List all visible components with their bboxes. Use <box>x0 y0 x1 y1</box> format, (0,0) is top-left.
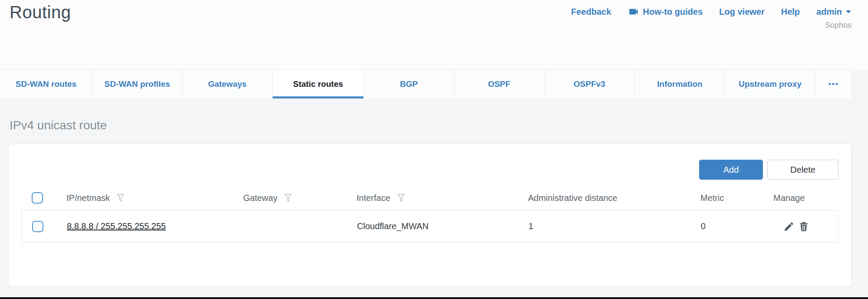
table-header: IP/netmask Gateway <box>21 186 838 210</box>
trash-icon[interactable] <box>798 221 809 232</box>
select-all-checkbox[interactable] <box>32 192 43 204</box>
log-viewer-link[interactable]: Log viewer <box>719 7 764 17</box>
tab-gateways[interactable]: Gateways <box>182 70 273 99</box>
section-heading: IPv4 unicast route <box>10 118 860 132</box>
toolbar: Add Delete <box>21 160 838 180</box>
column-interface: Interface <box>356 193 390 203</box>
help-link[interactable]: Help <box>781 7 800 17</box>
user-menu[interactable]: admin <box>816 7 851 17</box>
top-navigation: Feedback How-to guides Log viewer Help a… <box>571 6 851 17</box>
route-ip-link[interactable]: 8.8.8.8 / 255.255.255.255 <box>67 221 166 231</box>
add-button[interactable]: Add <box>699 160 763 180</box>
edit-icon[interactable] <box>783 221 795 232</box>
route-interface: Cloudflare_MWAN <box>357 221 528 231</box>
delete-button[interactable]: Delete <box>767 160 838 180</box>
row-checkbox[interactable] <box>32 221 43 232</box>
page-title: Routing <box>10 3 71 22</box>
feedback-link[interactable]: Feedback <box>571 7 611 17</box>
tab-sdwan-profiles[interactable]: SD-WAN profiles <box>92 70 182 99</box>
user-menu-label: admin <box>816 7 842 17</box>
window-bottom-edge <box>0 297 868 299</box>
routing-tabbar: SD-WAN routes SD-WAN profiles Gateways S… <box>0 69 852 99</box>
howto-guides-label: How-to guides <box>643 7 703 17</box>
tab-information[interactable]: Information <box>635 70 725 99</box>
routes-card: Add Delete IP/netmask Gateway <box>8 144 852 287</box>
column-gateway: Gateway <box>243 193 277 203</box>
chevron-down-icon <box>845 8 851 16</box>
column-admin-distance: Administrative distance <box>528 193 617 203</box>
page-header: Routing Feedback How-to guides Log viewe… <box>0 0 868 69</box>
brand-label: Sophos <box>825 21 851 30</box>
column-metric: Metric <box>700 193 724 203</box>
column-ip-netmask: IP/netmask <box>66 193 110 203</box>
tab-upstream-proxy[interactable]: Upstream proxy <box>725 70 815 99</box>
filter-icon[interactable] <box>284 193 293 203</box>
tab-bgp[interactable]: BGP <box>364 70 454 99</box>
column-manage: Manage <box>773 193 805 203</box>
content-area: IPv4 unicast route Add Delete IP/netmask <box>0 99 868 287</box>
tab-ospf[interactable]: OSPF <box>454 70 545 99</box>
filter-icon[interactable] <box>116 193 125 203</box>
routing-page: Routing Feedback How-to guides Log viewe… <box>0 0 868 299</box>
tab-sdwan-routes[interactable]: SD-WAN routes <box>0 70 92 99</box>
route-admin-distance: 1 <box>528 221 701 231</box>
route-metric: 0 <box>701 221 774 231</box>
tab-overflow-menu[interactable]: ••• <box>815 70 852 99</box>
howto-guides-link[interactable]: How-to guides <box>628 6 703 17</box>
video-camera-icon <box>628 6 639 17</box>
filter-icon[interactable] <box>396 193 406 203</box>
tab-static-routes[interactable]: Static routes <box>273 70 364 99</box>
table-row: 8.8.8.8 / 255.255.255.255 Cloudflare_MWA… <box>21 210 838 243</box>
tab-ospfv3[interactable]: OSPFv3 <box>545 70 635 99</box>
